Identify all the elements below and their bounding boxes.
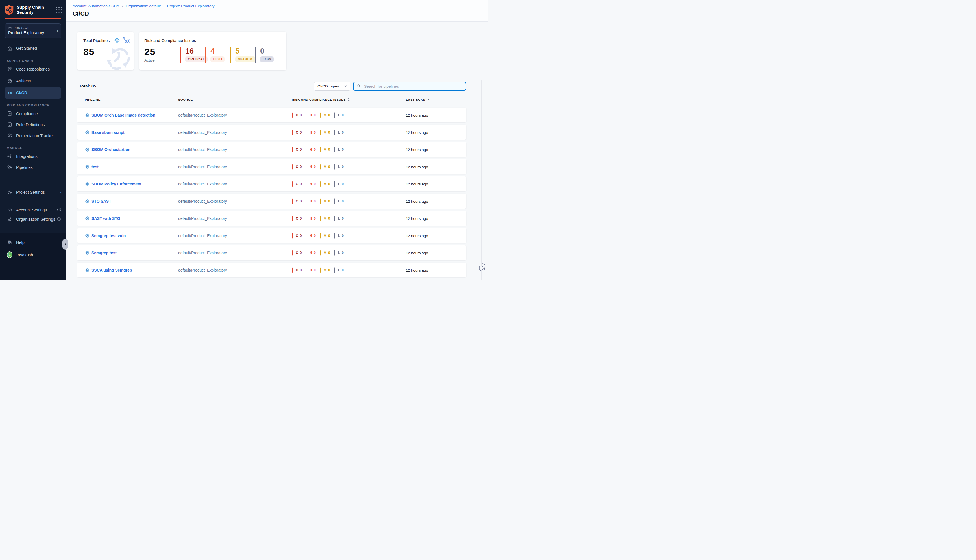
last-scan-value: 12 hours ago bbox=[406, 113, 428, 117]
sidebar-collapse-handle[interactable] bbox=[62, 239, 68, 250]
table-row[interactable]: Semgrep test default/Product_Exploratory… bbox=[77, 245, 466, 260]
sidebar-item-remediation-tracker[interactable]: Remediation Tracker bbox=[0, 130, 66, 141]
risk-severity-letter: C bbox=[296, 251, 299, 255]
risk-indicators: C0H0M0L0 bbox=[292, 198, 348, 204]
sidebar-item-compliance[interactable]: Compliance bbox=[0, 108, 66, 119]
sidebar-item-account-settings[interactable]: Account Settings bbox=[0, 205, 66, 215]
module-switcher-icon[interactable] bbox=[56, 7, 62, 13]
breadcrumb-link[interactable]: Account: Automation-SSCA bbox=[73, 4, 119, 8]
breadcrumb-separator: › bbox=[122, 4, 123, 8]
risk-bar bbox=[320, 233, 320, 238]
table-row[interactable]: STO SAST default/Product_Exploratory C0H… bbox=[77, 193, 466, 208]
pipeline-link[interactable]: test bbox=[92, 165, 98, 169]
main-content: Account: Automation-SSCA›Organization: d… bbox=[66, 0, 488, 280]
pipeline-link[interactable]: Semgrep test bbox=[92, 251, 117, 255]
pipeline-harness-icon bbox=[85, 250, 90, 255]
risk-severity-letter: L bbox=[338, 148, 340, 152]
risk-severity-letter: H bbox=[310, 234, 312, 238]
pipeline-diamond-icon bbox=[114, 37, 120, 43]
sidebar-item-artifacts[interactable]: Artifacts bbox=[0, 75, 66, 87]
info-icon bbox=[57, 217, 61, 222]
user-name: Lavakush bbox=[15, 253, 33, 257]
project-selector-label: PROJECT bbox=[13, 26, 29, 29]
risk-compliance-card: Risk and Compliance Issues 25 Active 16C… bbox=[139, 32, 286, 70]
pipeline-link[interactable]: SSCA using Semgrep bbox=[92, 268, 132, 272]
breadcrumb-link[interactable]: Project: Product Exploratory bbox=[167, 4, 214, 8]
sidebar-item-help[interactable]: ? Help bbox=[0, 237, 66, 248]
risk-severity-letter: H bbox=[310, 182, 312, 186]
risk-severity-count: 0 bbox=[300, 182, 302, 186]
risk-bar bbox=[292, 147, 293, 152]
column-header-last-scan[interactable]: LAST SCAN bbox=[406, 98, 430, 101]
pipeline-source: default/Product_Exploratory bbox=[178, 216, 227, 221]
severity-badge: CRITICAL bbox=[185, 57, 208, 62]
breadcrumb-link[interactable]: Organization: default bbox=[125, 4, 161, 8]
pipeline-link[interactable]: SBOM Policy Enforcement bbox=[92, 182, 142, 186]
risk-severity-letter: H bbox=[310, 130, 312, 134]
risk-severity-letter: M bbox=[324, 199, 327, 203]
risk-severity-count: 0 bbox=[342, 268, 344, 272]
sidebar-item-integrations[interactable]: Integrations bbox=[0, 151, 66, 162]
table-row[interactable]: SSCA using Semgrep default/Product_Explo… bbox=[77, 262, 466, 277]
project-selector[interactable]: PROJECT Product Exploratory › bbox=[5, 23, 61, 38]
risk-severity-letter: M bbox=[324, 217, 327, 220]
pipeline-link[interactable]: Base sbom script bbox=[92, 130, 125, 135]
sidebar-item-cicd[interactable]: CI/CD bbox=[5, 87, 61, 98]
risk-severity-letter: H bbox=[310, 199, 312, 203]
risk-bar bbox=[334, 147, 335, 152]
column-header-source[interactable]: SOURCE bbox=[178, 98, 193, 101]
risk-severity-letter: C bbox=[296, 113, 299, 117]
table-row[interactable]: SBOM Orch Base Image detection default/P… bbox=[77, 108, 466, 122]
table-row[interactable]: Semgrep test vuln default/Product_Explor… bbox=[77, 228, 466, 243]
summary-cards: Total Pipelines bbox=[77, 32, 286, 70]
sidebar-item-organization-settings[interactable]: Organization Settings bbox=[0, 215, 66, 224]
risk-severity-letter: H bbox=[310, 113, 312, 117]
risk-bar bbox=[305, 130, 306, 135]
column-header-pipeline[interactable]: PIPELINE bbox=[85, 98, 100, 101]
risk-bar bbox=[320, 112, 320, 118]
pipeline-link[interactable]: STO SAST bbox=[92, 199, 111, 203]
table-row[interactable]: SAST with STO default/Product_Explorator… bbox=[77, 211, 466, 226]
risk-severity-count: 0 bbox=[300, 268, 302, 272]
pipeline-link[interactable]: Semgrep test vuln bbox=[92, 233, 126, 238]
sidebar-divider bbox=[5, 202, 61, 202]
sidebar-item-pipelines[interactable]: Pipelines bbox=[0, 162, 66, 173]
sidebar-item-code-repositories[interactable]: Code Repositories bbox=[0, 63, 66, 75]
scrollbar-track[interactable] bbox=[481, 80, 482, 280]
sidebar-item-get-started[interactable]: Get Started bbox=[0, 43, 66, 54]
table-row[interactable]: SBOM Policy Enforcement default/Product_… bbox=[77, 177, 466, 192]
table-row[interactable]: Base sbom script default/Product_Explora… bbox=[77, 125, 466, 140]
sidebar-section-manage: MANAGE bbox=[0, 146, 66, 150]
risk-bar bbox=[305, 147, 306, 152]
pipeline-link[interactable]: SBOM Orchestartion bbox=[92, 147, 130, 152]
last-scan-value: 12 hours ago bbox=[406, 251, 428, 255]
artifacts-cube-icon bbox=[7, 78, 12, 84]
risk-bar bbox=[320, 250, 320, 255]
cicd-types-dropdown[interactable]: CI/CD Types bbox=[314, 82, 350, 91]
risk-severity-count: 0 bbox=[342, 217, 344, 220]
breadcrumb: Account: Automation-SSCA›Organization: d… bbox=[73, 4, 488, 8]
last-scan-value: 12 hours ago bbox=[406, 130, 428, 134]
severity-count: 4 bbox=[210, 47, 225, 55]
pipeline-link[interactable]: SAST with STO bbox=[92, 216, 120, 221]
risk-severity-count: 0 bbox=[328, 251, 330, 255]
risk-severity-count: 0 bbox=[300, 148, 302, 152]
supply-chain-security-logo-icon bbox=[4, 5, 14, 15]
pipeline-link[interactable]: SBOM Orch Base Image detection bbox=[92, 113, 155, 117]
user-menu[interactable]: L Lavakush bbox=[0, 250, 66, 260]
risk-indicators: C0H0M0L0 bbox=[292, 164, 348, 169]
column-header-risk[interactable]: RISK AND COMPLIANCE ISSUES bbox=[292, 98, 350, 101]
risk-severity-count: 0 bbox=[328, 130, 330, 134]
sidebar-item-project-settings[interactable]: Project Settings › bbox=[0, 187, 66, 198]
rule-definitions-clipboard-icon bbox=[7, 122, 12, 128]
chevron-left-icon bbox=[64, 243, 67, 245]
sidebar-item-rule-definitions[interactable]: Rule Definitions bbox=[0, 119, 66, 130]
support-chat-icon[interactable] bbox=[478, 262, 487, 272]
search-input[interactable] bbox=[364, 84, 463, 88]
risk-severity-count: 0 bbox=[342, 182, 344, 186]
risk-bar bbox=[305, 112, 306, 118]
risk-card-title: Risk and Compliance Issues bbox=[144, 38, 286, 43]
table-row[interactable]: SBOM Orchestartion default/Product_Explo… bbox=[77, 142, 466, 157]
table-row[interactable]: test default/Product_Exploratory C0H0M0L… bbox=[77, 159, 466, 174]
last-scan-value: 12 hours ago bbox=[406, 165, 428, 169]
